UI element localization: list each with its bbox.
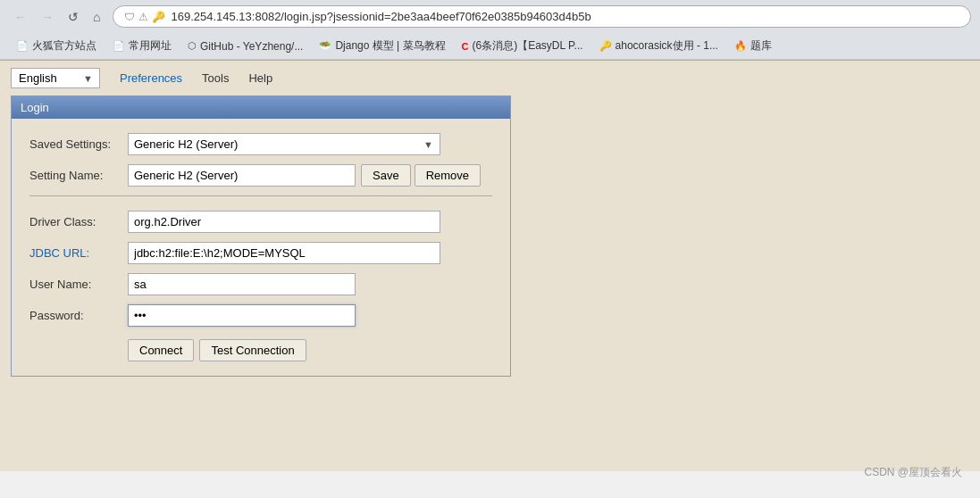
setting-name-input[interactable]: [128, 164, 356, 187]
jdbc-url-input[interactable]: [128, 242, 440, 264]
connect-button[interactable]: Connect: [128, 339, 194, 361]
username-row: User Name:: [29, 273, 492, 295]
saved-settings-label: Saved Settings:: [29, 137, 128, 151]
password-row: Password:: [29, 304, 492, 327]
bookmark-github[interactable]: ⬡ GitHub - YeYzheng/...: [180, 37, 310, 55]
login-panel-header: Login: [12, 96, 510, 119]
nav-buttons: ← → ↺ ⌂: [9, 6, 105, 28]
username-input[interactable]: [128, 273, 356, 295]
bookmark-icon-ahocorasick: 🔑: [599, 40, 612, 52]
bookmark-label-easydl: (6条消息)【EasyDL P...: [473, 38, 583, 54]
browser-chrome: ← → ↺ ⌂ 🛡 ⚠ 🔑 169.254.145.13:8082/login.…: [0, 0, 980, 61]
address-bar: 🛡 ⚠ 🔑 169.254.145.13:8082/login.jsp?jses…: [113, 5, 971, 28]
jdbc-url-label: JDBC URL:: [29, 246, 128, 260]
password-input[interactable]: [128, 304, 356, 327]
action-buttons-row: Connect Test Connection: [128, 339, 492, 361]
bookmark-icon-django: 🥗: [319, 40, 331, 52]
bookmark-tiku[interactable]: 🔥 题库: [727, 36, 779, 56]
form-divider: [29, 195, 492, 196]
menu-item-preferences[interactable]: Preferences: [111, 69, 191, 87]
password-label: Password:: [29, 309, 128, 322]
username-label: User Name:: [29, 278, 128, 291]
bookmark-label-django: Django 模型 | 菜鸟教程: [335, 38, 445, 54]
key-icon: 🔑: [152, 11, 165, 23]
bookmark-icon-huohu: 📄: [16, 40, 29, 52]
setting-name-label: Setting Name:: [29, 169, 128, 182]
bookmarks-bar: 📄 火狐官方站点 📄 常用网址 ⬡ GitHub - YeYzheng/... …: [0, 33, 980, 60]
bookmark-label-tiku: 题库: [750, 38, 772, 54]
login-panel: Login Saved Settings: Generic H2 (Server…: [11, 95, 511, 377]
saved-settings-row: Saved Settings: Generic H2 (Server) Gene…: [29, 133, 492, 155]
address-bar-icons: 🛡 ⚠ 🔑: [124, 11, 165, 23]
menu-item-help[interactable]: Help: [239, 69, 281, 87]
bookmark-django[interactable]: 🥗 Django 模型 | 菜鸟教程: [312, 36, 452, 56]
login-panel-body: Saved Settings: Generic H2 (Server) Gene…: [12, 119, 510, 376]
driver-class-input[interactable]: [128, 211, 440, 233]
jdbc-url-row: JDBC URL:: [29, 242, 492, 264]
reload-button[interactable]: ↺: [63, 6, 84, 28]
driver-class-row: Driver Class:: [29, 211, 492, 233]
forward-button[interactable]: →: [36, 6, 59, 28]
driver-class-label: Driver Class:: [29, 215, 128, 228]
bookmark-icon-easydl: C: [462, 41, 469, 52]
language-select[interactable]: English Chinese German French Japanese: [11, 68, 100, 88]
bookmark-label-ahocorasick: ahocorasick使用 - 1...: [616, 38, 718, 54]
browser-content: English Chinese German French Japanese ▼…: [0, 61, 980, 471]
bookmark-ahocorasick[interactable]: 🔑 ahocorasick使用 - 1...: [592, 36, 725, 56]
back-button[interactable]: ←: [9, 6, 32, 28]
login-panel-title: Login: [21, 101, 49, 114]
watermark-text: CSDN @屋顶会看火: [864, 466, 962, 471]
bookmark-label-changyong: 常用网址: [129, 38, 172, 54]
bookmark-huohu[interactable]: 📄 火狐官方站点: [9, 36, 104, 56]
home-button[interactable]: ⌂: [88, 6, 105, 28]
saved-settings-select-wrapper: Generic H2 (Server) Generic H2 (Embedded…: [128, 133, 440, 155]
bookmark-icon-github: ⬡: [188, 40, 197, 52]
save-button[interactable]: Save: [361, 164, 411, 187]
menu-items: Preferences Tools Help: [111, 69, 281, 87]
menu-bar: English Chinese German French Japanese ▼…: [0, 61, 980, 95]
browser-toolbar: ← → ↺ ⌂ 🛡 ⚠ 🔑 169.254.145.13:8082/login.…: [0, 0, 980, 33]
test-connection-button[interactable]: Test Connection: [199, 339, 306, 361]
bookmark-icon-tiku: 🔥: [734, 40, 747, 52]
watermark: CSDN @屋顶会看火: [864, 465, 962, 471]
bookmark-easydl[interactable]: C (6条消息)【EasyDL P...: [455, 36, 591, 56]
address-url[interactable]: 169.254.145.13:8082/login.jsp?jsessionid…: [171, 10, 959, 23]
language-select-wrapper: English Chinese German French Japanese ▼: [11, 68, 100, 88]
remove-button[interactable]: Remove: [415, 164, 481, 187]
setting-name-row: Setting Name: Save Remove: [29, 164, 492, 187]
bookmark-label-huohu: 火狐官方站点: [32, 38, 96, 54]
menu-item-tools[interactable]: Tools: [193, 69, 238, 87]
bookmark-label-github: GitHub - YeYzheng/...: [200, 40, 303, 53]
bookmark-changyong[interactable]: 📄 常用网址: [105, 36, 179, 56]
saved-settings-select[interactable]: Generic H2 (Server) Generic H2 (Embedded…: [128, 133, 440, 155]
shield-icon: 🛡: [124, 11, 135, 23]
warning-icon: ⚠: [138, 11, 148, 23]
bookmark-icon-changyong: 📄: [113, 40, 125, 52]
